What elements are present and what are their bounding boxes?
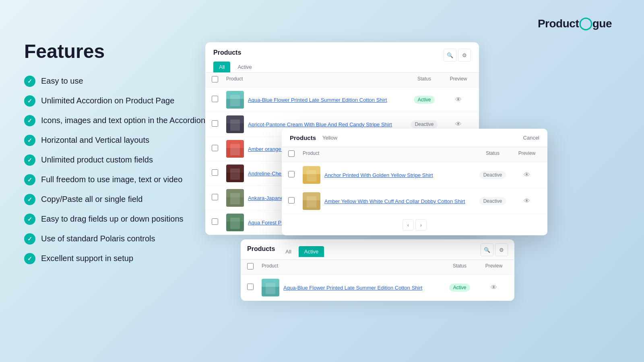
feature-text-3: Icons, images and text option in the Acc… (41, 115, 205, 126)
check-icon-10 (24, 253, 35, 264)
modal-eye-icon-2[interactable]: 👁 (524, 197, 530, 205)
modal-row-checkbox-2[interactable] (288, 197, 295, 204)
preview-cell-1: 👁 (444, 96, 473, 103)
check-icon-8 (24, 214, 35, 225)
modal-col-status: Status (473, 150, 513, 158)
modal-cancel-button[interactable]: Cancel (523, 135, 539, 141)
svg-rect-20 (307, 170, 316, 181)
table-row: Aqua-Blue Flower Printed Late Summer Edi… (205, 88, 479, 112)
feature-text-9: Use of standard Polaris controls (41, 233, 155, 244)
modal-product-cell-2: Amber Yellow With White Cuff And Collar … (303, 192, 473, 210)
check-icon-2 (24, 95, 35, 107)
check-icon-3 (24, 115, 35, 126)
eye-icon-1[interactable]: 👁 (455, 96, 462, 103)
modal-preview-cell-2: 👁 (513, 197, 541, 205)
bottom-product-cell-1: Aqua-Blue Flower Printed Late Summer Edi… (262, 279, 440, 296)
filter-button[interactable]: ⚙ (458, 49, 471, 62)
pagination-next[interactable]: › (415, 219, 427, 230)
modal-select-all[interactable] (288, 150, 295, 157)
bottom-tab-actions: 🔍 ⚙ (481, 243, 508, 259)
bottom-table-rows: Aqua-Blue Flower Printed Late Summer Edi… (241, 275, 514, 301)
bottom-tab-all[interactable]: All (280, 246, 297, 257)
eye-icon-2[interactable]: 👁 (455, 121, 462, 128)
preview-cell-2: 👁 (444, 121, 473, 128)
status-badge-2: Deactive (411, 120, 438, 128)
check-icon-4 (24, 135, 35, 146)
svg-rect-14 (230, 193, 240, 204)
row-checkbox-1[interactable] (212, 96, 218, 102)
bottom-status-cell-1: Active (440, 284, 480, 292)
col-preview: Preview (444, 76, 473, 84)
modal-row-checkbox-1[interactable] (288, 171, 295, 177)
row-checkbox-2[interactable] (212, 120, 218, 127)
tab-active[interactable]: Active (232, 62, 257, 72)
tab-all[interactable]: All (213, 62, 230, 72)
feature-text-10: Excellent support in setup (41, 253, 133, 264)
features-section: Features Easy to use Unlimited Accordion… (24, 40, 217, 272)
feature-text-5: Unlimited product custom fields (41, 154, 153, 165)
bottom-eye-icon-1[interactable]: 👁 (491, 284, 497, 291)
svg-rect-17 (230, 218, 240, 229)
svg-rect-8 (230, 144, 240, 155)
product-name-2[interactable]: Apricot-Pantone Cream With Blue And Red … (248, 121, 392, 128)
feature-text-6: Full freedom to use image, text or video (41, 174, 182, 185)
modal-overlay: Products Yellow Cancel Product Status Pr… (282, 129, 547, 235)
modal-col-product: Product (303, 150, 473, 158)
bottom-status-badge-1: Active (449, 284, 471, 292)
status-cell-1: Active (404, 96, 444, 104)
pagination-prev[interactable]: ‹ (402, 219, 414, 230)
bottom-filter-button[interactable]: ⚙ (495, 243, 508, 256)
svg-rect-2 (230, 95, 240, 106)
feature-text-2: Unlimited Accordion on Product Page (41, 95, 174, 106)
row-checkbox-6[interactable] (212, 218, 218, 225)
modal-status-badge-2: Deactive (479, 197, 506, 205)
search-button[interactable]: 🔍 (444, 49, 456, 62)
logo-part1: Product (538, 17, 579, 30)
modal-header: Products Yellow Cancel (282, 129, 547, 147)
check-icon-1 (24, 76, 35, 87)
table-header-row: Product Status Preview (205, 73, 479, 88)
bottom-search-button[interactable]: 🔍 (481, 243, 493, 256)
col-status: Status (404, 76, 444, 84)
bottom-col-preview: Preview (480, 263, 508, 271)
feature-item-9: Use of standard Polaris controls (24, 233, 217, 245)
logo: Product◯gue (538, 16, 612, 30)
bottom-product-name-1[interactable]: Aqua-Blue Flower Printed Late Summer Edi… (283, 285, 422, 291)
row-checkbox-3[interactable] (212, 145, 218, 151)
feature-item-10: Excellent support in setup (24, 253, 217, 264)
svg-rect-23 (307, 196, 316, 208)
feature-item-1: Easy to use (24, 75, 217, 87)
modal-status-cell-2: Deactive (473, 197, 513, 205)
col-product: Product (226, 76, 404, 84)
feature-text-1: Easy to use (41, 75, 83, 86)
product-name-1[interactable]: Aqua-Blue Flower Printed Late Summer Edi… (248, 97, 387, 103)
check-icon-9 (24, 233, 35, 245)
feature-item-2: Unlimited Accordion on Product Page (24, 95, 217, 107)
feature-item-4: Horizontal and Vertical layouts (24, 134, 217, 146)
bottom-table-header: Product Status Preview (241, 260, 514, 275)
check-icon-7 (24, 194, 35, 205)
modal-row: Anchor Printed With Golden Yellow Stripe… (282, 162, 547, 188)
bottom-row-checkbox-1[interactable] (247, 284, 254, 290)
bottom-select-all[interactable] (247, 263, 254, 269)
select-all-checkbox[interactable] (212, 76, 218, 82)
modal-table-header: Product Status Preview (282, 147, 547, 162)
bottom-tab-active[interactable]: Active (299, 246, 324, 257)
bottom-col-product: Product (262, 263, 440, 271)
modal-pagination: ‹ › (282, 214, 547, 235)
modal-product-name-1[interactable]: Anchor Printed With Golden Yellow Stripe… (324, 172, 433, 178)
modal-rows: Anchor Printed With Golden Yellow Stripe… (282, 162, 547, 214)
modal-search-value: Yellow (322, 135, 523, 141)
feature-item-8: Easy to drag fields up or down positions (24, 213, 217, 225)
feature-item-5: Unlimited product custom fields (24, 154, 217, 166)
panel-tab-actions: 🔍 ⚙ (444, 49, 471, 62)
feature-text-4: Horizontal and Vertical layouts (41, 134, 149, 146)
svg-rect-5 (230, 119, 240, 131)
svg-rect-26 (266, 283, 275, 294)
status-cell-2: Deactive (404, 120, 444, 128)
modal-product-name-2[interactable]: Amber Yellow With White Cuff And Collar … (324, 198, 465, 204)
row-checkbox-5[interactable] (212, 194, 218, 200)
check-icon-5 (24, 154, 35, 166)
row-checkbox-4[interactable] (212, 169, 218, 176)
modal-eye-icon-1[interactable]: 👁 (524, 171, 530, 179)
